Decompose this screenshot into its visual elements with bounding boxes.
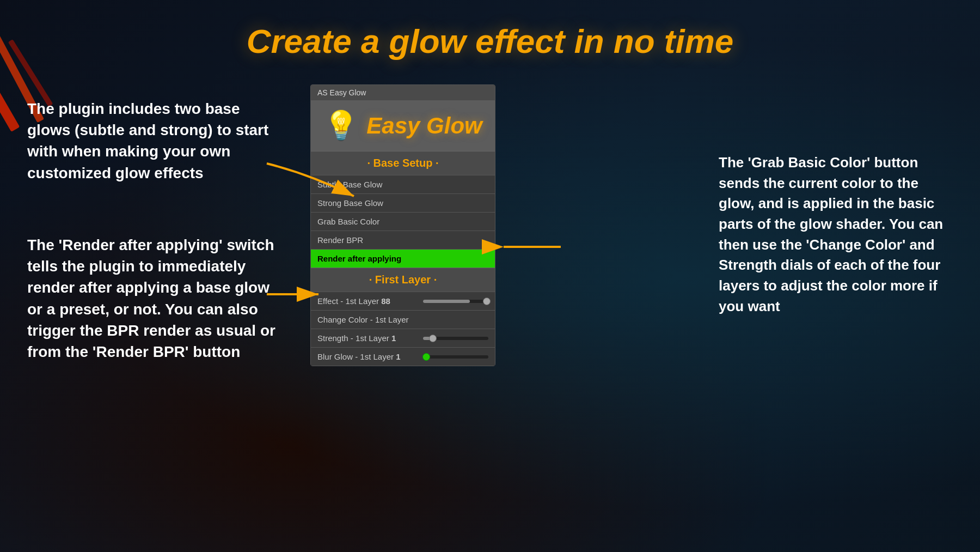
strength-slider-track[interactable] [423, 337, 488, 340]
left-description-top: The plugin includes two base glows (subt… [27, 98, 278, 184]
blur-glow-1st-layer-slider[interactable]: Blur Glow - 1st Layer 1 [311, 347, 495, 366]
bulb-icon: 💡 [323, 109, 359, 142]
effect-1st-layer-slider[interactable]: Effect - 1st Layer 88 [311, 292, 495, 310]
plugin-panel: AS Easy Glow 💡 Easy Glow · Base Setup · … [310, 84, 495, 366]
strength-label: Strength - 1st Layer 1 [317, 333, 396, 343]
render-after-applying-toggle[interactable]: Render after applying [311, 249, 495, 268]
panel-title-bar: AS Easy Glow [311, 85, 495, 100]
strength-slider-thumb[interactable] [429, 335, 437, 342]
effect-slider-thumb[interactable] [483, 298, 491, 305]
effect-slider-fill [423, 300, 470, 303]
arrow-to-grab-basic-color [495, 241, 561, 252]
right-description: The 'Grab Basic Color' button sends the … [719, 153, 947, 317]
render-bpr-button[interactable]: Render BPR [311, 230, 495, 249]
arrow-to-subtle-glow [267, 163, 392, 207]
panel-header: 💡 Easy Glow [311, 100, 495, 151]
first-layer-header: · First Layer · [311, 268, 495, 292]
change-color-1st-layer-button[interactable]: Change Color - 1st Layer [311, 310, 495, 329]
blur-label: Blur Glow - 1st Layer 1 [317, 352, 401, 361]
grab-basic-color-button[interactable]: Grab Basic Color [311, 212, 495, 230]
arrow-to-render-after [267, 289, 332, 300]
blur-slider-thumb[interactable] [422, 353, 430, 361]
blur-slider-track[interactable] [423, 355, 488, 359]
panel-title-label: AS Easy Glow [317, 88, 366, 97]
easy-glow-label: Easy Glow [366, 113, 482, 139]
left-description-bottom: The 'Render after applying' switch tells… [27, 234, 289, 362]
effect-slider-track[interactable] [423, 300, 488, 303]
strength-1st-layer-slider[interactable]: Strength - 1st Layer 1 [311, 329, 495, 347]
page-title: Create a glow effect in no time [0, 22, 980, 60]
